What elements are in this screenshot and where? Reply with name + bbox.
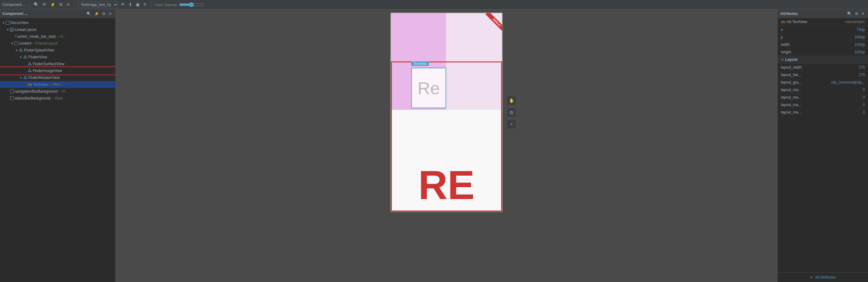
close-button[interactable]: ✕ — [65, 2, 71, 7]
label-textview: TextView – "Ren..." — [33, 82, 65, 87]
component-tree-title: Component ... — [2, 11, 28, 16]
tree-item-statusbar[interactable]: statusBarBackground – View — [0, 95, 115, 102]
hand-tool-btn[interactable]: ✋ — [506, 96, 517, 105]
tree-item-linear[interactable]: ▼ LinearLayout — [0, 26, 115, 33]
tree-search-btn[interactable]: 🔍 — [86, 11, 92, 16]
all-attributes-footer[interactable]: ▼ All Attributes — [778, 272, 868, 282]
attr-value-margin2: 0 — [863, 95, 865, 100]
attr-settings-btn[interactable]: ⚙ — [854, 11, 859, 16]
re-small-box: Re — [411, 68, 446, 108]
device-selector[interactable]: flutterapp_test_hy — [78, 1, 118, 8]
attr-row-x[interactable]: x 73dp — [778, 26, 868, 33]
attr-row-layout-width[interactable]: layout_width 275 — [778, 64, 868, 71]
tree-item-image[interactable]: FlutterImageView — [0, 67, 115, 74]
panel-icon-group: 🔍 ⚡ ⚙ ✕ — [86, 11, 113, 16]
component-tree-header: Component ... 🔍 ⚡ ⚙ ✕ — [0, 9, 115, 18]
tree-item-splash[interactable]: ▼ FlutterSplashView — [0, 47, 115, 54]
re-small-text: Re — [417, 78, 440, 98]
icon-dots-action: ⠿ — [14, 35, 17, 39]
attributes-header: Attributes 🔍 ⚙ ✕ — [778, 9, 868, 18]
tree-item-surface[interactable]: FlutterSurfaceView — [0, 61, 115, 67]
component-label: Component ... — [2, 2, 26, 7]
label-image: FlutterImageView — [33, 69, 62, 73]
filter-button[interactable]: ⚡ — [49, 2, 57, 7]
tree-item-flutter-view[interactable]: ▼ FlutterView — [0, 54, 115, 61]
svg-marker-3 — [28, 69, 31, 72]
attr-type-row: Ab Ab TextView <unnamed> — [778, 18, 868, 26]
device-export-btn[interactable]: ⬆ — [127, 2, 133, 7]
icon-navbar — [10, 90, 14, 93]
tree-item-action-mode[interactable]: ⠿ action_mode_bar_stub – Vi... — [0, 33, 115, 40]
icon-linear — [10, 28, 14, 32]
attr-value-x: 73dp — [857, 28, 865, 32]
tree-item-textview[interactable]: Ab TextView – "Ren..." — [0, 81, 115, 88]
tree-close-btn[interactable]: ✕ — [108, 11, 113, 16]
attr-value-layout-height: 275 — [859, 73, 865, 77]
attr-row-y[interactable]: y 189dp — [778, 33, 868, 41]
all-attrs-chevron: ▼ — [810, 276, 813, 279]
label-flutter-view: FlutterView — [28, 55, 47, 59]
attr-name-width: width — [781, 42, 855, 47]
attr-value-margin4: 0 — [863, 110, 865, 114]
svg-marker-1 — [24, 56, 27, 58]
component-tree-list: ▼ DecorView ▼ LinearLayout — [0, 18, 115, 282]
attr-name-layout-gravity: layout_gra... — [781, 80, 831, 84]
arrow-splash: ▼ — [14, 49, 19, 52]
arrow-decor: ▼ — [1, 21, 6, 25]
attr-row-layout-gravity[interactable]: layout_gra... clip_horizontal|clip... — [778, 79, 868, 86]
layer-spacing-slider[interactable] — [179, 2, 204, 7]
arrow-content: ▼ — [10, 42, 14, 45]
attr-row-layout-margin1[interactable]: layout_ma... 0 — [778, 86, 868, 94]
settings-button[interactable]: ⚙ — [58, 2, 64, 7]
device-section: flutterapp_test_hy 👁 ⬆ ▣ ↻ — [78, 1, 148, 8]
attr-row-layout-margin2[interactable]: layout_ma... 0 — [778, 94, 868, 101]
device-select-btn[interactable]: ▣ — [134, 2, 141, 7]
attributes-panel: Attributes 🔍 ⚙ ✕ Ab Ab TextView <unnamed… — [777, 9, 868, 282]
layout-section-title: Layout — [785, 58, 798, 62]
label-action: action_mode_bar_stub – Vi... — [18, 34, 66, 39]
attr-row-height[interactable]: height 100dp — [778, 48, 868, 56]
tree-eye-btn[interactable]: ⚡ — [93, 11, 100, 16]
attr-name-margin2: layout_ma... — [781, 95, 863, 100]
icon-image — [28, 69, 32, 73]
device-refresh-btn[interactable]: ↻ — [142, 2, 148, 7]
attributes-title: Attributes — [780, 11, 798, 16]
arrow-linear: ▼ — [6, 28, 10, 32]
attr-value-height: 100dp — [855, 50, 865, 54]
layout-section-header[interactable]: ▼ Layout — [778, 56, 868, 64]
eye-button[interactable]: 👁 — [41, 2, 48, 7]
main-area: Component ... 🔍 ⚡ ⚙ ✕ ▼ DecorView ▼ — [0, 9, 868, 282]
attr-row-layout-margin3[interactable]: layout_ma... 0 — [778, 101, 868, 109]
attr-name-layout-width: layout_width — [781, 65, 859, 70]
attributes-content: Ab Ab TextView <unnamed> x 73dp y 189dp … — [778, 18, 868, 272]
label-statusbar: statusBarBackground – View — [15, 96, 63, 100]
search-button[interactable]: 🔍 — [32, 2, 40, 7]
attr-value-y: 189dp — [855, 35, 865, 39]
attr-value-width: 100dp — [855, 42, 865, 47]
label-linear: LinearLayout — [15, 28, 36, 32]
tree-item-content[interactable]: ▼ content – FrameLayout — [0, 40, 115, 47]
device-preview: DEBUG TextView Re RE — [390, 12, 503, 212]
attr-name-x: x — [781, 28, 857, 32]
tree-settings-btn[interactable]: ⚙ — [101, 11, 106, 16]
svg-marker-4 — [24, 76, 27, 79]
tree-item-mutator[interactable]: ▼ FlutterMutatorView — [0, 74, 115, 81]
icon-mutator — [23, 76, 28, 79]
label-decor: DecorView — [10, 21, 28, 25]
attr-row-width[interactable]: width 100dp — [778, 41, 868, 48]
attr-row-layout-height[interactable]: layout_hei... 275 — [778, 71, 868, 79]
attr-name-y: y — [781, 35, 855, 39]
attr-row-layout-margin4[interactable]: layout_ma... 0 — [778, 109, 868, 116]
preview-light-right — [446, 13, 502, 110]
attr-close-btn[interactable]: ✕ — [861, 11, 866, 16]
layers-tool-btn[interactable]: ⧉ — [506, 107, 517, 117]
tree-item-decor[interactable]: ▼ DecorView — [0, 19, 115, 26]
device-eye-btn[interactable]: 👁 — [120, 2, 126, 7]
label-mutator: FlutterMutatorView — [28, 75, 60, 80]
attr-name-margin4: layout_ma... — [781, 110, 863, 114]
tree-item-navbar[interactable]: navigationBarBackground – Vi... — [0, 88, 115, 95]
attr-search-btn[interactable]: 🔍 — [846, 11, 853, 16]
add-tool-btn[interactable]: + — [506, 119, 517, 129]
label-surface: FlutterSurfaceView — [33, 62, 64, 66]
icon-splash — [19, 48, 23, 52]
